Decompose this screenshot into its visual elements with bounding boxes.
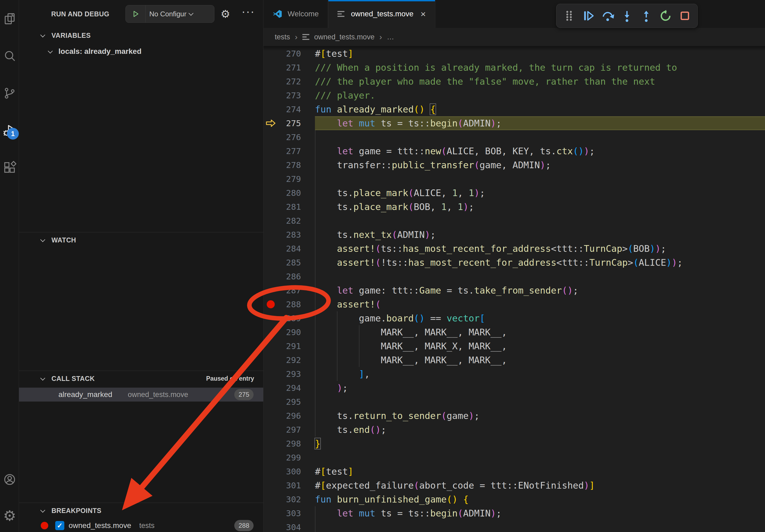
search-icon[interactable] — [3, 49, 17, 63]
call-stack-frame-row[interactable]: already_marked owned_tests.move 275 — [19, 388, 263, 401]
move-file-icon — [338, 11, 346, 17]
breakpoint-checkbox[interactable]: ✓ — [55, 521, 64, 530]
line-text: fun burn_unfinished_game() { — [315, 492, 468, 506]
run-config-label: No Configur — [149, 10, 187, 18]
line-number[interactable]: 301 — [274, 478, 301, 492]
indent-guide — [315, 395, 316, 409]
call-stack-header[interactable]: CALL STACK Paused on entry — [19, 371, 263, 386]
frame-line-badge: 275 — [234, 389, 254, 400]
debug-step-into-icon[interactable] — [619, 8, 635, 24]
vscode-window: 1 ⚙ RUN AND DEBUG No Configur ⚙ ··· — [0, 0, 765, 532]
breakpoint-row[interactable]: ✓ owned_tests.move tests 288 — [19, 519, 263, 532]
line-number[interactable]: 285 — [274, 256, 301, 269]
breakpoints-section: BREAKPOINTS ✓ owned_tests.move tests 288 — [19, 502, 263, 532]
line-number[interactable]: 295 — [274, 395, 301, 409]
indent-guide — [315, 214, 316, 228]
chevron-down-icon — [40, 508, 45, 512]
debug-session-badge: 1 — [7, 128, 19, 139]
start-debugging-icon[interactable] — [126, 5, 146, 23]
line-number[interactable]: 272 — [274, 75, 301, 89]
line-number[interactable]: 275 — [274, 116, 301, 130]
line-number[interactable]: 304 — [274, 520, 301, 532]
line-text: let mut ts = ts::begin(ADMIN); — [315, 506, 501, 520]
code-line-287: 287let game: ttt::Game = ts.take_from_se… — [264, 283, 765, 297]
debug-step-over-icon[interactable] — [600, 8, 615, 24]
line-number[interactable]: 298 — [274, 437, 301, 450]
line-number[interactable]: 279 — [274, 172, 301, 186]
debug-step-out-icon[interactable] — [638, 8, 654, 24]
tab-owned-tests-move[interactable]: owned_tests.move × — [328, 0, 435, 28]
code-line-301: 301#[expected_failure(abort_code = ttt::… — [264, 478, 765, 492]
line-number[interactable]: 289 — [274, 311, 301, 325]
activity-bar: 1 ⚙ — [0, 0, 19, 532]
line-number[interactable]: 290 — [274, 325, 301, 339]
line-number[interactable]: 281 — [274, 200, 301, 214]
line-number[interactable]: 280 — [274, 186, 301, 200]
line-number[interactable]: 294 — [274, 381, 301, 395]
line-number[interactable]: 296 — [274, 409, 301, 423]
line-number[interactable]: 278 — [274, 158, 301, 172]
line-number[interactable]: 284 — [274, 242, 301, 256]
debug-stop-icon[interactable] — [677, 8, 693, 24]
breakpoints-header[interactable]: BREAKPOINTS — [19, 503, 263, 518]
line-text: /// the player who made the "false" move… — [315, 75, 655, 89]
vscode-logo-icon — [273, 9, 282, 19]
code-line-291: 291MARK__, MARK_X, MARK__, — [264, 339, 765, 353]
line-number[interactable]: 274 — [274, 102, 301, 116]
account-icon[interactable] — [3, 472, 17, 486]
line-number[interactable]: 299 — [274, 450, 301, 464]
tab-welcome[interactable]: Welcome — [264, 0, 328, 28]
extensions-icon[interactable] — [3, 161, 17, 175]
line-text: /// When a position is already marked, t… — [315, 61, 677, 75]
code-line-283: 283ts.next_tx(ADMIN); — [264, 228, 765, 242]
line-number[interactable]: 297 — [274, 423, 301, 437]
run-and-debug-icon[interactable]: 1 — [3, 124, 17, 137]
explorer-icon[interactable] — [3, 12, 17, 26]
gripper-icon[interactable] — [561, 8, 577, 24]
line-number[interactable]: 300 — [274, 464, 301, 478]
line-text: fun already_marked() { — [315, 102, 435, 116]
debug-gear-icon[interactable]: ⚙ — [221, 7, 230, 21]
line-number[interactable]: 282 — [274, 214, 301, 228]
code-line-278: 278transfer::public_transfer(game, ADMIN… — [264, 158, 765, 172]
line-number[interactable]: 273 — [274, 89, 301, 102]
breadcrumb-folder[interactable]: tests — [275, 33, 290, 41]
line-text: transfer::public_transfer(game, ADMIN); — [315, 158, 551, 172]
code-line-302: 302fun burn_unfinished_game() { — [264, 492, 765, 506]
breadcrumb-file[interactable]: owned_tests.move — [314, 33, 375, 41]
line-number[interactable]: 292 — [274, 353, 301, 367]
line-number[interactable]: 283 — [274, 228, 301, 242]
line-number[interactable]: 303 — [274, 506, 301, 520]
variables-header[interactable]: VARIABLES — [19, 28, 263, 43]
variables-scope-row[interactable]: locals: already_marked — [19, 45, 263, 58]
line-text: } — [315, 437, 320, 450]
more-actions-icon[interactable]: ··· — [242, 5, 255, 18]
code-editor[interactable]: 270#[test]271/// When a position is alre… — [264, 46, 765, 532]
code-line-274: 274fun already_marked() { — [264, 102, 765, 116]
breadcrumb-symbol[interactable]: … — [387, 33, 394, 41]
run-config-dropdown[interactable]: No Configur — [125, 5, 215, 23]
code-line-298: 298} — [264, 437, 765, 450]
code-line-294: 294); — [264, 381, 765, 395]
line-text: ], — [315, 367, 370, 381]
indent-guide — [315, 130, 316, 144]
line-number[interactable]: 276 — [274, 130, 301, 144]
line-number[interactable]: 277 — [274, 144, 301, 158]
line-number[interactable]: 293 — [274, 367, 301, 381]
breakpoint-dot-icon[interactable] — [267, 300, 275, 308]
line-number[interactable]: 271 — [274, 61, 301, 75]
debug-continue-icon[interactable] — [581, 8, 596, 24]
source-control-icon[interactable] — [3, 86, 17, 100]
settings-gear-icon[interactable]: ⚙ — [3, 509, 17, 523]
line-number[interactable]: 286 — [274, 269, 301, 283]
code-line-282: 282 — [264, 214, 765, 228]
line-number[interactable]: 302 — [274, 492, 301, 506]
close-icon[interactable]: × — [420, 9, 426, 19]
debug-restart-icon[interactable] — [658, 8, 673, 24]
line-text: ts.end(); — [315, 423, 386, 437]
watch-header[interactable]: WATCH — [19, 232, 263, 247]
line-number[interactable]: 288 — [274, 297, 301, 311]
line-number[interactable]: 287 — [274, 283, 301, 297]
indent-guide — [315, 520, 316, 532]
line-number[interactable]: 291 — [274, 339, 301, 353]
